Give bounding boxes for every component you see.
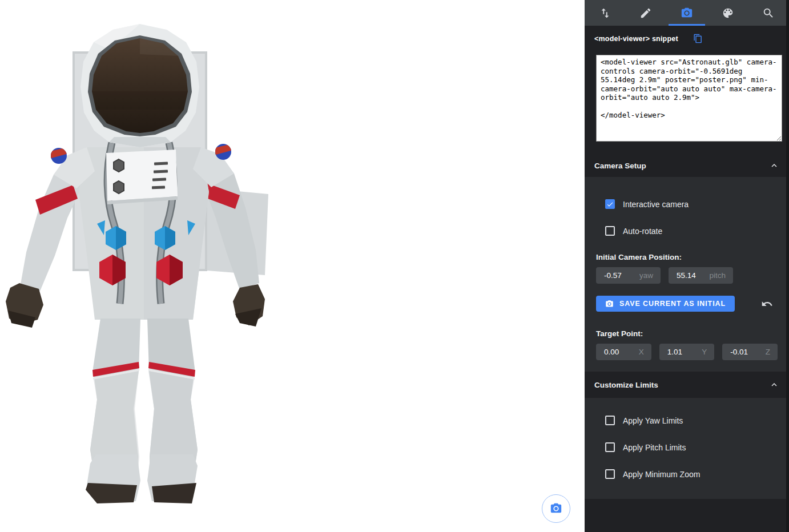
edit-icon xyxy=(639,7,652,19)
checkbox-label: Apply Pitch Limits xyxy=(623,443,686,452)
snippet-title: <model-viewer> snippet xyxy=(594,35,678,43)
apply-yaw-limits-checkbox-row[interactable]: Apply Yaw Limits xyxy=(605,416,778,425)
copy-snippet-button[interactable] xyxy=(693,34,703,43)
target-x-input[interactable] xyxy=(596,348,629,356)
astronaut-model[interactable] xyxy=(0,0,292,532)
panel-toolbar xyxy=(585,0,789,26)
target-z-suffix: Z xyxy=(766,348,778,356)
snippet-header: <model-viewer> snippet xyxy=(585,26,789,43)
pitch-input[interactable] xyxy=(669,271,702,280)
target-x-field[interactable]: X xyxy=(596,344,651,360)
save-current-as-initial-button[interactable]: SAVE CURRENT AS INITIAL xyxy=(596,296,735,312)
apply-yaw-limits-checkbox[interactable] xyxy=(605,416,615,425)
checkbox-label: Interactive camera xyxy=(623,200,689,209)
snippet-code-textarea[interactable]: <model-viewer src="Astronaut.glb" camera… xyxy=(596,55,782,142)
camera-setup-body: Interactive camera Auto-rotate Initial C… xyxy=(585,177,789,372)
initial-position-inputs: yaw pitch xyxy=(596,267,778,284)
target-point-label: Target Point: xyxy=(596,329,778,338)
customize-limits-body: Apply Yaw Limits Apply Pitch Limits Appl… xyxy=(585,398,789,499)
check-icon xyxy=(606,200,614,208)
apply-pitch-limits-checkbox[interactable] xyxy=(605,442,615,452)
yaw-input[interactable] xyxy=(596,271,629,280)
panel-scrollbar[interactable] xyxy=(786,0,789,532)
target-y-field[interactable]: Y xyxy=(659,344,715,360)
yaw-suffix: yaw xyxy=(639,271,661,280)
yaw-field[interactable]: yaw xyxy=(596,267,661,284)
target-point-inputs: X Y Z xyxy=(596,344,778,360)
search-icon xyxy=(762,7,775,19)
undo-button[interactable] xyxy=(761,298,773,310)
pitch-suffix: pitch xyxy=(709,271,733,280)
apply-minimum-zoom-checkbox[interactable] xyxy=(605,469,615,479)
palette-icon xyxy=(722,7,734,19)
save-button-label: SAVE CURRENT AS INITIAL xyxy=(619,300,726,308)
model-viewport[interactable] xyxy=(0,0,585,532)
chevron-up-icon[interactable] xyxy=(769,380,779,390)
checkbox-label: Apply Yaw Limits xyxy=(623,416,683,425)
camera-icon xyxy=(550,502,562,515)
target-x-suffix: X xyxy=(639,348,651,356)
content-copy-icon xyxy=(693,34,703,43)
target-y-input[interactable] xyxy=(659,348,693,356)
checkbox-label: Apply Minimum Zoom xyxy=(623,470,700,479)
interactive-camera-checkbox-row[interactable]: Interactive camera xyxy=(605,199,778,209)
section-title: Customize Limits xyxy=(594,381,658,389)
tab-import-export[interactable] xyxy=(585,0,626,26)
auto-rotate-checkbox-row[interactable]: Auto-rotate xyxy=(605,226,778,236)
tab-inspector[interactable] xyxy=(748,0,789,26)
tab-camera[interactable] xyxy=(666,0,707,26)
target-z-field[interactable]: Z xyxy=(722,344,778,360)
camera-icon xyxy=(681,7,693,19)
target-z-input[interactable] xyxy=(722,348,755,356)
tab-edit[interactable] xyxy=(626,0,667,26)
section-title: Camera Setup xyxy=(594,162,646,170)
undo-icon xyxy=(761,298,773,310)
target-y-suffix: Y xyxy=(702,348,714,356)
save-row: SAVE CURRENT AS INITIAL xyxy=(596,296,778,312)
tab-materials[interactable] xyxy=(707,0,748,26)
interactive-camera-checkbox[interactable] xyxy=(605,199,615,209)
camera-icon xyxy=(605,300,614,308)
pitch-field[interactable]: pitch xyxy=(669,267,733,284)
swap-vert-icon xyxy=(599,7,611,19)
auto-rotate-checkbox[interactable] xyxy=(605,226,615,236)
editor-side-panel: <model-viewer> snippet <model-viewer src… xyxy=(585,0,789,532)
download-poster-fab[interactable] xyxy=(542,494,570,523)
section-header-camera-setup[interactable]: Camera Setup xyxy=(585,154,789,177)
apply-pitch-limits-checkbox-row[interactable]: Apply Pitch Limits xyxy=(605,442,778,452)
apply-minimum-zoom-checkbox-row[interactable]: Apply Minimum Zoom xyxy=(605,469,778,479)
section-header-customize-limits[interactable]: Customize Limits xyxy=(585,372,789,398)
initial-camera-position-label: Initial Camera Position: xyxy=(596,253,778,261)
checkbox-label: Auto-rotate xyxy=(623,227,662,236)
chevron-up-icon[interactable] xyxy=(769,160,779,171)
